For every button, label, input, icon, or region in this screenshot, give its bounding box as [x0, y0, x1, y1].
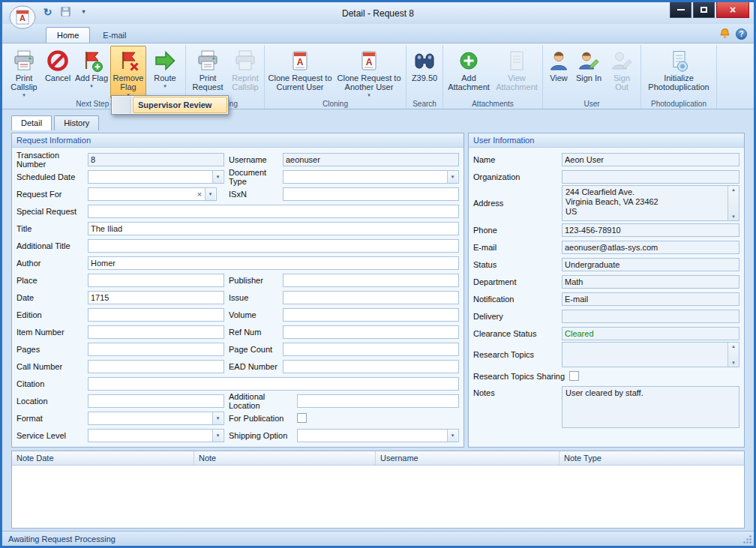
column-header-note-date[interactable]: Note Date: [12, 451, 194, 465]
field-value: 1715: [91, 293, 221, 302]
button-label: Print Callslip: [7, 73, 41, 91]
phone-input[interactable]: 123-456-78910: [562, 223, 740, 237]
column-header-note[interactable]: Note: [194, 451, 376, 465]
chevron-down-icon: ▾: [447, 430, 458, 442]
tab-home[interactable]: Home: [46, 27, 90, 43]
scroll-down-icon[interactable]: ▼: [731, 361, 736, 365]
maximize-button[interactable]: [693, 2, 715, 18]
print-callslip-button[interactable]: Print Callslip ▾: [5, 46, 43, 99]
form-row: Call Number EAD Number: [15, 358, 459, 375]
form-row: Transaction Number 8 Username aeonuser: [15, 151, 459, 168]
clone-request-icon: A: [357, 49, 381, 73]
pages-input[interactable]: [88, 343, 224, 356]
group-label-text: Search: [412, 100, 436, 108]
view-user-button[interactable]: View: [544, 46, 573, 99]
location-input[interactable]: [88, 394, 224, 408]
ref-num-input[interactable]: [283, 325, 459, 339]
address-box[interactable]: 244 Clearfield Ave. Virginia Beach, VA 2…: [562, 185, 740, 221]
edition-input[interactable]: [88, 308, 224, 322]
scrollbar[interactable]: ▲▼: [728, 186, 739, 220]
place-input[interactable]: [88, 274, 224, 287]
page-count-input[interactable]: [283, 343, 459, 356]
help-icon[interactable]: ?: [736, 28, 747, 40]
sign-out-button[interactable]: Sign Out: [604, 46, 639, 99]
additional-title-input[interactable]: [88, 239, 459, 253]
save-icon[interactable]: [59, 5, 72, 18]
column-header-note-type[interactable]: Note Type: [560, 451, 744, 465]
scroll-down-icon[interactable]: ▼: [731, 214, 736, 219]
department-input[interactable]: Math: [562, 275, 740, 289]
field-value: Math: [565, 277, 736, 286]
user-information-panel: User Information Name Aeon User Organiza…: [468, 133, 745, 448]
shipping-option-combo[interactable]: ▾: [297, 429, 459, 442]
request-for-combo[interactable]: ×▾: [88, 187, 217, 201]
minimize-button[interactable]: [670, 2, 692, 18]
status-bar: Awaiting Request Processing: [2, 531, 754, 546]
field-label: Place: [15, 276, 88, 285]
user-status-input[interactable]: Undergraduate: [562, 258, 740, 271]
reprint-callslip-button[interactable]: Reprint Callslip: [228, 46, 262, 99]
special-request-input[interactable]: [88, 205, 459, 218]
print-request-button[interactable]: Print Request: [188, 46, 228, 99]
research-topics-sharing-checkbox[interactable]: [569, 371, 579, 381]
close-button[interactable]: ×: [716, 2, 749, 18]
clone-to-current-user-button[interactable]: A Clone Request to Current User: [266, 46, 334, 99]
panel-header: User Information: [469, 133, 744, 148]
title-input[interactable]: The Iliad: [88, 222, 459, 235]
clear-icon[interactable]: ×: [194, 190, 205, 199]
add-attachment-button[interactable]: Add Attachment: [445, 46, 493, 99]
resize-grip[interactable]: [742, 535, 752, 544]
menu-item-supervisor-review[interactable]: Supervisor Review: [133, 97, 227, 113]
research-topics-box[interactable]: ▲▼: [562, 342, 740, 367]
transaction-number-input[interactable]: 8: [88, 153, 224, 166]
initialize-photoduplication-button[interactable]: Initialize Photoduplication: [643, 46, 715, 99]
organization-input[interactable]: [562, 170, 740, 184]
clearance-status-input[interactable]: Cleared: [562, 327, 740, 340]
field-label: ISxN: [229, 190, 283, 199]
scheduled-date-combo[interactable]: ▾: [88, 170, 224, 184]
citation-input[interactable]: [88, 377, 459, 391]
add-flag-button[interactable]: Add Flag ▾: [73, 46, 110, 99]
delivery-input[interactable]: [562, 310, 740, 323]
clone-to-another-user-button[interactable]: A Clone Request to Another User ▾: [334, 46, 404, 99]
group-label-text: Attachments: [472, 100, 514, 108]
issue-input[interactable]: [283, 291, 459, 304]
cancel-button[interactable]: Cancel: [43, 46, 73, 99]
sign-in-button[interactable]: Sign In: [573, 46, 604, 99]
username-input[interactable]: aeonuser: [283, 153, 459, 166]
tab-email[interactable]: E-mail: [92, 27, 137, 43]
customize-qat-icon[interactable]: ▾: [77, 5, 90, 18]
notification-input[interactable]: E-mail: [562, 292, 740, 306]
volume-input[interactable]: [283, 308, 459, 322]
button-label: Cancel: [45, 73, 70, 82]
for-publication-checkbox[interactable]: [297, 413, 307, 423]
scroll-up-icon[interactable]: ▲: [731, 187, 736, 192]
user-notes-box[interactable]: User cleared by staff.: [562, 386, 740, 428]
scroll-up-icon[interactable]: ▲: [731, 344, 736, 349]
user-name-input[interactable]: Aeon User: [562, 153, 740, 166]
user-email-input[interactable]: aeonuser@atlas-sys.com: [562, 241, 740, 254]
service-level-combo[interactable]: ▾: [88, 429, 224, 442]
publisher-input[interactable]: [283, 274, 459, 287]
isxn-input[interactable]: [283, 187, 459, 201]
author-input[interactable]: Homer: [88, 256, 459, 270]
route-button[interactable]: Route ▾: [146, 46, 184, 99]
alerts-icon[interactable]: [719, 28, 730, 40]
item-number-input[interactable]: [88, 325, 224, 339]
refresh-icon[interactable]: ↻: [41, 5, 54, 18]
tab-history[interactable]: History: [54, 115, 99, 130]
z3950-button[interactable]: Z39.50: [408, 46, 441, 99]
field-label: Department: [472, 277, 562, 286]
app-menu-icon[interactable]: A: [9, 5, 36, 29]
call-number-input[interactable]: [88, 360, 224, 373]
view-attachment-button[interactable]: View Attachment: [493, 46, 541, 99]
scrollbar[interactable]: ▲▼: [728, 343, 739, 367]
remove-flag-button[interactable]: Remove Flag ▾: [110, 46, 146, 99]
date-input[interactable]: 1715: [88, 291, 224, 304]
document-type-combo[interactable]: ▾: [283, 170, 459, 184]
additional-location-input[interactable]: [297, 394, 459, 408]
format-combo[interactable]: ▾: [88, 412, 224, 425]
tab-detail[interactable]: Detail: [11, 115, 52, 130]
ead-number-input[interactable]: [283, 360, 459, 373]
column-header-username[interactable]: Username: [376, 451, 560, 465]
